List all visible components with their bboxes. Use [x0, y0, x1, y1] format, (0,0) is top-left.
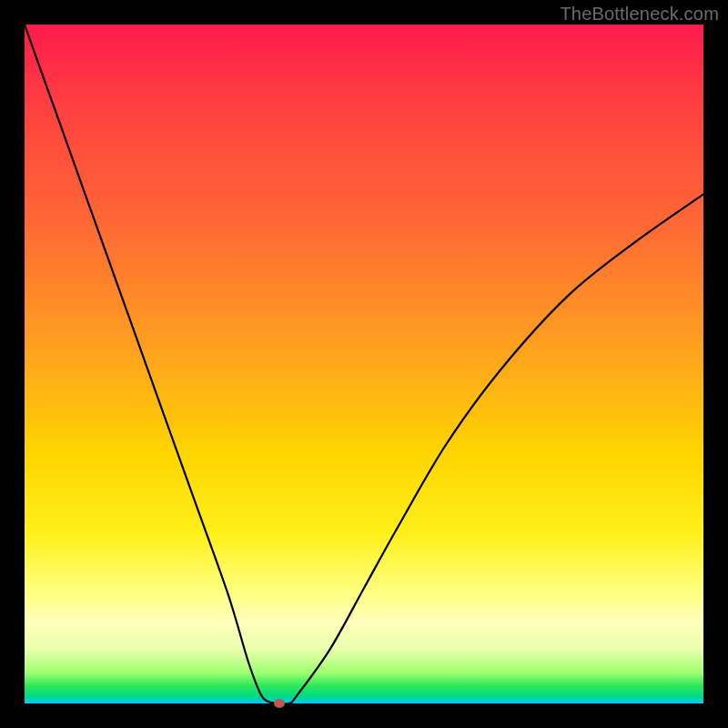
plot-area	[25, 25, 703, 703]
bottleneck-curve	[25, 25, 703, 703]
watermark-text: TheBottleneck.com	[560, 4, 719, 25]
min-point-marker	[274, 699, 285, 708]
chart-frame: TheBottleneck.com	[0, 0, 728, 728]
